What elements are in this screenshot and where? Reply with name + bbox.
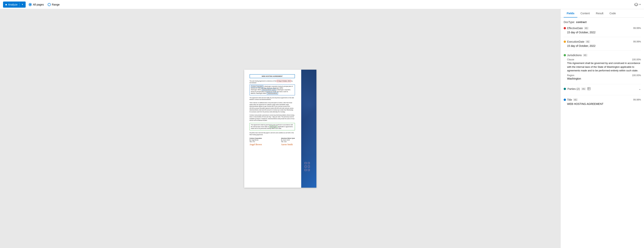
clause-label: Clause bbox=[567, 58, 574, 61]
execution-date-dot bbox=[564, 41, 566, 43]
effective-date-dot bbox=[564, 27, 566, 29]
svg-rect-0 bbox=[588, 87, 590, 90]
title-badge: #1 bbox=[573, 98, 578, 101]
region-label: Region bbox=[567, 74, 574, 77]
sub-field-clause: Clause 100.00% This Agreement shall be g… bbox=[567, 58, 641, 72]
region-value: Washington bbox=[567, 77, 641, 80]
field-parties: Parties (2) #1 ​ ⌄ bbox=[564, 87, 641, 95]
all-pages-label: All pages bbox=[33, 3, 44, 6]
doc-final-para: All parties have read and fully agree to… bbox=[250, 132, 295, 136]
clause-confidence: 100.00% bbox=[632, 58, 641, 61]
doc-intro: This web Hosting Agreement is entered as… bbox=[250, 80, 295, 95]
layer-icon[interactable]: ▼ bbox=[634, 3, 641, 6]
jurisdiction-block: This Agreement shall be governed by and … bbox=[250, 123, 295, 130]
execution-date-confidence: 99.99% bbox=[633, 40, 641, 43]
effective-date-confidence: 99.99% bbox=[633, 27, 641, 30]
range-radio[interactable] bbox=[48, 3, 51, 6]
parties-badge: #1 bbox=[581, 88, 586, 90]
party2-highlight: AdventureWorks Cycles bbox=[262, 89, 276, 91]
main-area: WEB HOSTING AGREEMENT This web Hosting A… bbox=[0, 9, 644, 248]
field-jurisdictions: Jurisdictions #1 Clause 100.00% This Agr… bbox=[564, 54, 641, 84]
sub-field-region: Region 100.00% Washington bbox=[567, 74, 641, 80]
title-dot bbox=[564, 99, 566, 101]
signature-row: Contoso Corporation By: Angel Brown Titl… bbox=[250, 138, 295, 146]
field-header-execution-date: ExecutionDate #1 99.99% bbox=[564, 40, 641, 43]
sig-left-name: Angel Brown bbox=[250, 143, 262, 146]
effective-date-highlight: 15 day of October, 2022 bbox=[277, 80, 291, 82]
field-label-row-title: Title #1 bbox=[564, 98, 578, 101]
tab-fields[interactable]: Fields bbox=[564, 9, 577, 18]
sig-left-company: Contoso Corporation bbox=[250, 138, 262, 139]
execution-date-value: 15 day of October, 2022 bbox=[564, 44, 641, 47]
field-label-row-parties: Parties (2) #1 ​ bbox=[564, 87, 590, 91]
effective-date-name: EffectiveDate bbox=[567, 27, 583, 30]
effective-date-value: 15 day of October, 2022 bbox=[564, 31, 641, 34]
range-label: Range bbox=[52, 3, 60, 6]
clause-value: This Agreement shall be governed by and … bbox=[567, 61, 641, 72]
doc-para3: Contoso must provide a person(s) to corr… bbox=[250, 114, 295, 121]
jurisdictions-name: Jurisdictions bbox=[567, 54, 582, 57]
chevron-down-icon: ▼ bbox=[22, 4, 23, 6]
all-pages-option[interactable]: All pages bbox=[29, 3, 44, 6]
sig-right-by: By: Aaron Smith bbox=[281, 139, 295, 141]
parties-dot bbox=[564, 88, 566, 90]
analyze-button[interactable]: ■ Analyze ▼ bbox=[3, 2, 26, 8]
title-name: Title bbox=[567, 98, 572, 101]
sig-right: Adventure Works Cycle By: Aaron Smith Ti… bbox=[281, 138, 295, 146]
parties-block: Contoso Corporation a Washington corpora… bbox=[250, 84, 295, 95]
field-effective-date: EffectiveDate #1 99.99% 15 day of Octobe… bbox=[564, 27, 641, 37]
field-header-effective-date: EffectiveDate #1 99.99% bbox=[564, 27, 641, 30]
field-label-row-juris: Jurisdictions #1 bbox=[564, 54, 588, 57]
sig-left: Contoso Corporation By: Angel Brown Titl… bbox=[250, 138, 262, 146]
execution-date-name: ExecutionDate bbox=[567, 40, 584, 43]
field-label-row: EffectiveDate #1 bbox=[564, 27, 588, 30]
doctype-label: DocType: bbox=[564, 21, 575, 24]
doc-para2: There shall be no additional fees of any… bbox=[250, 102, 295, 113]
parties-chevron-icon[interactable]: ⌄ bbox=[639, 87, 641, 90]
sig-right-name: Aaron Smith bbox=[281, 143, 295, 146]
jurisdiction-highlight: Washington bbox=[270, 126, 278, 128]
doctype-value: contract bbox=[576, 21, 586, 24]
tab-content[interactable]: Content bbox=[577, 9, 593, 18]
party1-highlight: Contoso Corporation bbox=[251, 85, 264, 87]
field-header-jurisdictions: Jurisdictions #1 bbox=[564, 54, 641, 57]
region-label-row: Region 100.00% bbox=[567, 74, 641, 77]
tab-code[interactable]: Code bbox=[606, 9, 619, 18]
tab-result[interactable]: Result bbox=[593, 9, 606, 18]
title-confidence: 99.98% bbox=[633, 98, 641, 101]
clause-label-row: Clause 100.00% bbox=[567, 58, 641, 61]
jurisdictions-dot bbox=[564, 54, 566, 56]
toolbar-actions: ▼ bbox=[634, 3, 641, 6]
field-header-parties: Parties (2) #1 ​ ⌄ bbox=[564, 87, 641, 91]
page-decoration bbox=[301, 70, 316, 188]
sig-right-title: Title: CEO bbox=[281, 141, 295, 143]
document-page: WEB HOSTING AGREEMENT This web Hosting A… bbox=[244, 70, 316, 188]
sig-right-company: Adventure Works Cycle bbox=[281, 138, 295, 139]
document-content: WEB HOSTING AGREEMENT This web Hosting A… bbox=[250, 74, 295, 146]
table-icon[interactable]: ​ bbox=[588, 87, 590, 91]
panel-tabs: Fields Content Result Code bbox=[561, 9, 644, 18]
field-title: Title #1 99.98% WEB HOSTING AGREEMENT bbox=[564, 98, 641, 108]
all-pages-radio[interactable] bbox=[29, 3, 32, 6]
jurisdictions-badge: #1 bbox=[583, 54, 588, 57]
range-option[interactable]: Range bbox=[48, 3, 60, 6]
parties-name: Parties (2) bbox=[568, 87, 580, 90]
execution-date-badge: #1 bbox=[586, 40, 590, 43]
pink-squares-decoration bbox=[303, 161, 311, 172]
field-header-title: Title #1 99.98% bbox=[564, 98, 641, 101]
field-label-row-exec: ExecutionDate #1 bbox=[564, 40, 590, 43]
panel-content: DocType: contract EffectiveDate #1 99.99… bbox=[561, 18, 644, 248]
title-value: WEB HOSTING AGREEMENT bbox=[564, 102, 641, 105]
document-title: WEB HOSTING AGREEMENT bbox=[250, 74, 295, 78]
effective-date-badge: #1 bbox=[584, 27, 588, 30]
sig-left-by: By: Angel Brown bbox=[250, 139, 262, 141]
analyze-label: Analyze bbox=[8, 3, 18, 6]
page-range-group: All pages Range bbox=[29, 3, 60, 6]
adventureworks-badge: #AdventureWorks bbox=[267, 92, 278, 94]
doctype-row: DocType: contract bbox=[564, 21, 641, 24]
region-confidence: 100.00% bbox=[632, 74, 641, 77]
btn-divider bbox=[19, 3, 20, 7]
right-panel: Fields Content Result Code DocType: cont… bbox=[560, 9, 644, 248]
document-viewer: WEB HOSTING AGREEMENT This web Hosting A… bbox=[0, 9, 560, 248]
analyze-icon: ■ bbox=[5, 3, 7, 6]
